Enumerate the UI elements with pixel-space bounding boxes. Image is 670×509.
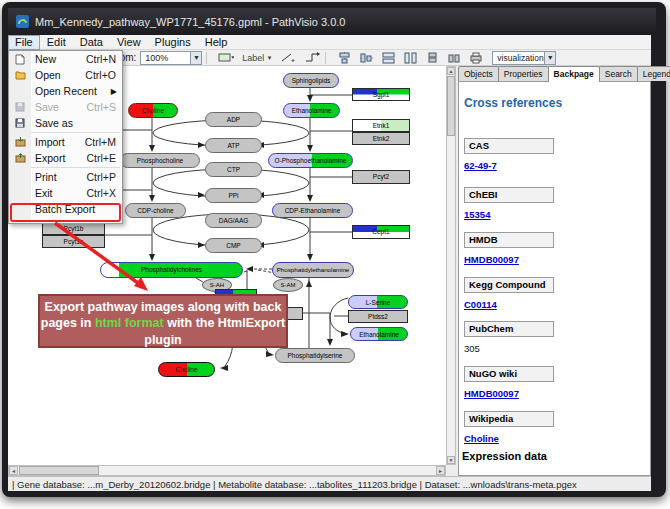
xref-title-pubchem: PubChem	[464, 321, 554, 337]
stack-horizontal-icon[interactable]	[446, 51, 462, 65]
node-phosphatidylserine[interactable]: Phosphatidylserine	[275, 348, 355, 363]
node-ethanolamine-bottom[interactable]: Ethanolamine	[350, 327, 408, 341]
submenu-arrow-icon: ▶	[111, 87, 117, 96]
menu-item-exit[interactable]: Exit Ctrl+X	[9, 185, 122, 201]
xref-title-hmdb: HMDB	[464, 232, 554, 248]
node-ppi[interactable]: PPi	[205, 188, 262, 203]
line-tool-button[interactable]	[279, 51, 297, 65]
export-icon	[9, 153, 31, 163]
node-sgpl1[interactable]: Sgpl1	[352, 88, 410, 101]
node-ethanolamine-top[interactable]: Ethanolamine	[283, 103, 340, 118]
cross-references-heading: Cross references	[464, 96, 562, 110]
chevron-down-icon: ▼	[266, 55, 272, 61]
scroll-left-icon[interactable]: ◄	[9, 466, 18, 475]
node-phosphatidylethanolamine[interactable]: Phosphatidylethanolamine	[272, 262, 354, 278]
node-etnk2[interactable]: Etnk2	[352, 132, 410, 145]
screenshot-root: Mm_Kennedy_pathway_WP1771_45176.gpml - P…	[0, 0, 670, 509]
scroll-up-icon[interactable]: ▲	[447, 67, 455, 75]
nugo-link[interactable]: HMDB00097	[464, 388, 519, 399]
connector-tool-button[interactable]	[303, 51, 321, 65]
canvas-vertical-scrollbar[interactable]: ▲ ▼	[446, 66, 456, 465]
node-atp[interactable]: ATP	[205, 138, 262, 153]
xref-title-kegg: Kegg Compound	[464, 277, 554, 293]
node-cmp[interactable]: CMP	[205, 238, 262, 253]
menu-item-save-as[interactable]: Save as	[9, 115, 122, 131]
tab-legend[interactable]: Legend	[637, 66, 670, 81]
common-height-icon[interactable]	[402, 51, 418, 65]
align-center-y-icon[interactable]	[358, 51, 374, 65]
common-width-icon[interactable]	[380, 51, 396, 65]
zoom-combobox[interactable]: 100% ▼	[140, 51, 202, 65]
annotation-callout: Export pathway images along with back pa…	[38, 294, 288, 348]
menu-item-open-recent[interactable]: Open Recent ▶	[9, 83, 122, 99]
node-adp[interactable]: ADP	[205, 112, 262, 127]
tab-search[interactable]: Search	[599, 66, 638, 81]
node-cdp-ethanolamine[interactable]: CDP-Ethanolamine	[272, 203, 353, 218]
gene-datanode-tool-button[interactable]	[217, 51, 235, 65]
menu-file[interactable]: File	[8, 35, 40, 50]
menu-item-print[interactable]: Print Ctrl+P	[9, 169, 122, 185]
menu-help[interactable]: Help	[198, 35, 235, 50]
xref-value-pubchem: 305	[464, 343, 480, 354]
menu-item-export[interactable]: Export Ctrl+E	[9, 150, 122, 166]
node-cdp-choline[interactable]: CDP-choline	[125, 203, 186, 218]
kegg-link[interactable]: C00114	[464, 299, 497, 310]
cas-link[interactable]: 62-49-7	[464, 160, 497, 171]
node-phosphocholine[interactable]: Phosphocholine	[120, 153, 200, 168]
menu-item-import[interactable]: Import Ctrl+M	[9, 134, 122, 150]
node-sam[interactable]: S-AM	[273, 278, 303, 292]
tab-objects[interactable]: Objects	[458, 66, 499, 81]
menu-plugins[interactable]: Plugins	[148, 35, 198, 50]
node-pcyt2[interactable]: Pcyt2	[352, 170, 410, 184]
node-o-phosphoethanolamine[interactable]: O-Phosphoethanolamine	[268, 153, 353, 168]
stack-vertical-icon[interactable]	[424, 51, 440, 65]
node-choline-top[interactable]: Choline	[128, 103, 178, 118]
xref-value-wikipedia: Choline	[464, 433, 499, 444]
open-folder-icon	[9, 70, 31, 80]
label-tool-button[interactable]: Label▼	[241, 51, 273, 65]
annotation-highlight: html format	[95, 316, 164, 330]
menu-item-save[interactable]: Save Ctrl+S	[9, 99, 122, 115]
visualization-combobox[interactable]: visualization ▼	[492, 51, 556, 65]
wikipedia-link[interactable]: Choline	[464, 433, 499, 444]
xref-value-hmdb: HMDB00097	[464, 254, 519, 265]
xref-value-nugo: HMDB00097	[464, 388, 519, 399]
status-text: | Gene database: ...m_Derby_20120602.bri…	[12, 479, 577, 490]
node-pcyt1a[interactable]: Pcyt1a	[42, 235, 105, 248]
import-icon	[9, 137, 31, 147]
chevron-down-icon[interactable]: ▼	[544, 52, 555, 64]
menu-view[interactable]: View	[110, 35, 148, 50]
hmdb-link[interactable]: HMDB00097	[464, 254, 519, 265]
scroll-thumb[interactable]	[19, 466, 99, 475]
node-l-serine[interactable]: L-Serine	[348, 295, 408, 309]
menu-data[interactable]: Data	[73, 35, 110, 50]
canvas-horizontal-scrollbar[interactable]: ◄ ►	[8, 465, 446, 476]
xref-value-kegg: C00114	[464, 299, 497, 310]
tab-properties[interactable]: Properties	[498, 66, 549, 81]
xref-title-chebi: ChEBI	[464, 187, 554, 203]
align-center-x-icon[interactable]	[336, 51, 352, 65]
expression-data-heading: Expression data	[462, 450, 547, 462]
node-choline-bottom-selected[interactable]: Choline	[158, 362, 215, 377]
menu-item-new[interactable]: New Ctrl+N	[9, 51, 122, 67]
node-cept1[interactable]: Cept1	[352, 225, 410, 239]
save-as-disk-icon	[9, 118, 31, 128]
node-ptdss2[interactable]: Ptdss2	[348, 310, 408, 323]
title-bar[interactable]: Mm_Kennedy_pathway_WP1771_45176.gpml - P…	[8, 8, 656, 35]
node-phosphatidylcholines[interactable]: Phosphatidylcholines	[100, 262, 243, 278]
scroll-thumb[interactable]	[447, 76, 455, 136]
xref-title-wikipedia: Wikipedia	[464, 411, 554, 427]
node-dag-aag[interactable]: DAG/AAG	[205, 213, 262, 228]
scroll-right-icon[interactable]: ►	[436, 466, 445, 475]
chebi-link[interactable]: 15354	[464, 209, 490, 220]
chevron-down-icon[interactable]: ▼	[190, 52, 201, 64]
menu-item-open[interactable]: Open Ctrl+O	[9, 67, 122, 83]
node-sphingolipids[interactable]: Sphingolipids	[283, 73, 339, 88]
scroll-down-icon[interactable]: ▼	[447, 456, 455, 464]
node-ctp[interactable]: CTP	[205, 162, 262, 177]
menu-edit[interactable]: Edit	[40, 35, 73, 50]
xref-value-cas: 62-49-7	[464, 160, 497, 171]
node-etnk1[interactable]: Etnk1	[352, 119, 410, 132]
print-icon[interactable]	[468, 51, 484, 65]
tab-backpage[interactable]: Backpage	[548, 66, 600, 82]
